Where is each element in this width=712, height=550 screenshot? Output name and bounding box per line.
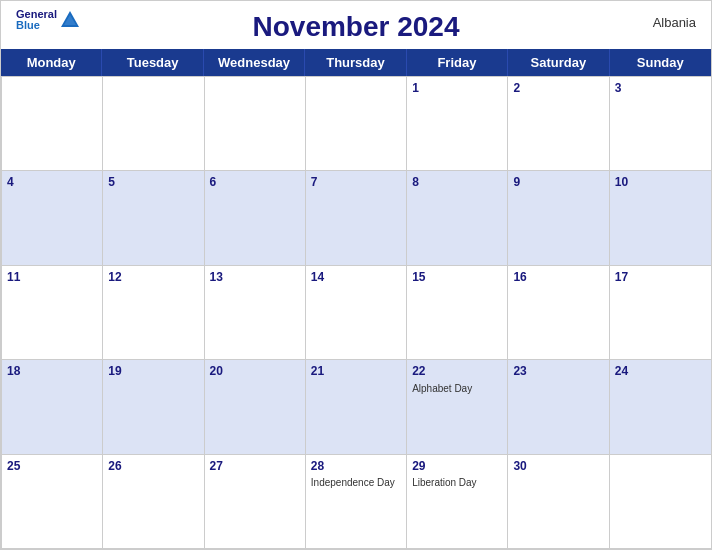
calendar-week-5: 25 26 27 28 Independence Day 29 Liberati…	[2, 455, 711, 549]
date-20: 20	[210, 363, 300, 380]
logo-area: General Blue	[16, 9, 81, 31]
cell-w4-sat: 23	[508, 360, 609, 454]
cell-w1-wed	[205, 77, 306, 171]
date-14: 14	[311, 269, 401, 286]
date-4: 4	[7, 174, 97, 191]
day-sunday: Sunday	[610, 49, 711, 76]
calendar-week-2: 4 5 6 7 8 9 10	[2, 171, 711, 265]
cell-w1-sun: 3	[610, 77, 711, 171]
cell-w3-thu: 14	[306, 266, 407, 360]
event-liberation-day: Liberation Day	[412, 476, 502, 489]
cell-w5-fri: 29 Liberation Day	[407, 455, 508, 549]
cell-w4-sun: 24	[610, 360, 711, 454]
calendar-week-3: 11 12 13 14 15 16 17	[2, 266, 711, 360]
cell-w4-thu: 21	[306, 360, 407, 454]
day-wednesday: Wednesday	[204, 49, 305, 76]
cell-w2-sun: 10	[610, 171, 711, 265]
day-monday: Monday	[1, 49, 102, 76]
date-1: 1	[412, 80, 502, 97]
cell-w1-fri: 1	[407, 77, 508, 171]
logo-icon	[59, 9, 81, 31]
cell-w5-thu: 28 Independence Day	[306, 455, 407, 549]
date-3: 3	[615, 80, 706, 97]
cell-w2-wed: 6	[205, 171, 306, 265]
date-18: 18	[7, 363, 97, 380]
date-2: 2	[513, 80, 603, 97]
calendar-week-1: 1 2 3	[2, 77, 711, 171]
cell-w5-sat: 30	[508, 455, 609, 549]
date-23: 23	[513, 363, 603, 380]
event-independence-day: Independence Day	[311, 476, 401, 489]
cell-w5-tue: 26	[103, 455, 204, 549]
calendar-title: November 2024	[252, 11, 459, 43]
date-26: 26	[108, 458, 198, 475]
event-alphabet-day: Alphabet Day	[412, 382, 502, 395]
date-28: 28	[311, 458, 401, 475]
date-22: 22	[412, 363, 502, 380]
cell-w3-tue: 12	[103, 266, 204, 360]
day-saturday: Saturday	[508, 49, 609, 76]
date-10: 10	[615, 174, 706, 191]
logo-blue: Blue	[16, 20, 57, 31]
date-24: 24	[615, 363, 706, 380]
day-tuesday: Tuesday	[102, 49, 203, 76]
cell-w3-sat: 16	[508, 266, 609, 360]
cell-w4-tue: 19	[103, 360, 204, 454]
cell-w1-sat: 2	[508, 77, 609, 171]
calendar-container: General Blue November 2024 Albania Monda…	[0, 0, 712, 550]
cell-w1-thu	[306, 77, 407, 171]
cell-w1-mon	[2, 77, 103, 171]
cell-w4-fri: 22 Alphabet Day	[407, 360, 508, 454]
date-7: 7	[311, 174, 401, 191]
cell-w3-fri: 15	[407, 266, 508, 360]
date-30: 30	[513, 458, 603, 475]
cell-w2-fri: 8	[407, 171, 508, 265]
cell-w2-tue: 5	[103, 171, 204, 265]
date-25: 25	[7, 458, 97, 475]
calendar-grid: 1 2 3 4 5 6 7 8	[1, 76, 711, 549]
cell-w2-thu: 7	[306, 171, 407, 265]
date-29: 29	[412, 458, 502, 475]
day-thursday: Thursday	[305, 49, 406, 76]
date-15: 15	[412, 269, 502, 286]
date-9: 9	[513, 174, 603, 191]
cell-w3-sun: 17	[610, 266, 711, 360]
date-12: 12	[108, 269, 198, 286]
date-8: 8	[412, 174, 502, 191]
country-label: Albania	[653, 15, 696, 30]
cell-w2-sat: 9	[508, 171, 609, 265]
date-5: 5	[108, 174, 198, 191]
cell-w4-wed: 20	[205, 360, 306, 454]
cell-w3-mon: 11	[2, 266, 103, 360]
date-6: 6	[210, 174, 300, 191]
date-27: 27	[210, 458, 300, 475]
days-header: Monday Tuesday Wednesday Thursday Friday…	[1, 49, 711, 76]
cell-w4-mon: 18	[2, 360, 103, 454]
calendar-header: General Blue November 2024 Albania	[1, 1, 711, 49]
cell-w3-wed: 13	[205, 266, 306, 360]
cell-w5-sun	[610, 455, 711, 549]
cell-w2-mon: 4	[2, 171, 103, 265]
day-friday: Friday	[407, 49, 508, 76]
cell-w5-wed: 27	[205, 455, 306, 549]
calendar-week-4: 18 19 20 21 22 Alphabet Day 23 24	[2, 360, 711, 454]
date-11: 11	[7, 269, 97, 286]
date-13: 13	[210, 269, 300, 286]
cell-w5-mon: 25	[2, 455, 103, 549]
date-16: 16	[513, 269, 603, 286]
cell-w1-tue	[103, 77, 204, 171]
date-21: 21	[311, 363, 401, 380]
date-19: 19	[108, 363, 198, 380]
date-17: 17	[615, 269, 706, 286]
